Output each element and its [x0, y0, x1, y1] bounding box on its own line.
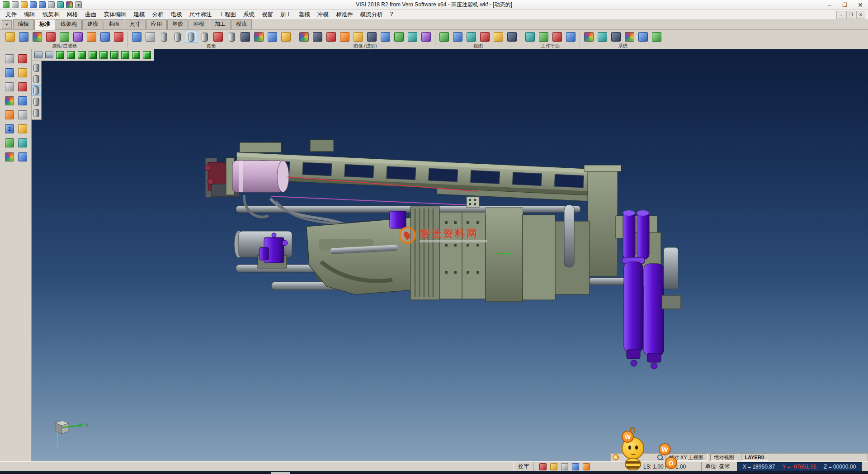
pencil-edit-icon[interactable]: [17, 67, 28, 79]
attribute-match-icon[interactable]: [18, 31, 30, 43]
flag-status-icon[interactable]: [582, 463, 590, 470]
scissors-trim-icon[interactable]: [4, 81, 15, 93]
menu-electrode[interactable]: 电极: [167, 10, 186, 19]
tab-machining[interactable]: 加工: [210, 19, 231, 29]
zoom-fit-icon[interactable]: [438, 31, 450, 43]
shade-style-3-icon[interactable]: [32, 85, 42, 95]
ruler-measure-icon[interactable]: [17, 123, 28, 135]
close-button[interactable]: ✕: [853, 0, 868, 9]
lock-graphics-icon[interactable]: [280, 31, 292, 43]
filter-type-icon[interactable]: [45, 31, 57, 43]
active-layer-indicator[interactable]: LAYER0: [741, 454, 768, 461]
visi-logo[interactable]: [2, 1, 10, 9]
style-rendered-icon[interactable]: [198, 31, 211, 43]
tab-surface[interactable]: 曲面: [104, 19, 124, 29]
shade-style-5-icon[interactable]: [32, 108, 42, 118]
right-view-icon[interactable]: [88, 50, 98, 60]
rotate-view-icon[interactable]: [479, 31, 491, 43]
menu-dimension[interactable]: 尺寸标注: [186, 10, 216, 19]
save-all-icon[interactable]: [38, 1, 46, 9]
tab-modeling[interactable]: 建模: [82, 19, 103, 29]
mdi-restore-button[interactable]: ❐: [846, 11, 855, 19]
tab-dimension[interactable]: 尺寸: [125, 19, 146, 29]
restore-button[interactable]: ❐: [837, 0, 853, 9]
tab-application[interactable]: 应用: [146, 19, 167, 29]
select-arrow-icon[interactable]: [4, 53, 15, 65]
attribute-edit-icon[interactable]: [4, 31, 16, 43]
menu-mesh[interactable]: 网格: [63, 10, 82, 19]
filter-color-icon[interactable]: [72, 31, 84, 43]
assistant-badge-icon[interactable]: A: [613, 454, 619, 460]
back-view-icon[interactable]: [109, 50, 119, 60]
report-icon[interactable]: [539, 463, 547, 470]
undo-arrow-icon[interactable]: [17, 137, 28, 149]
menu-system[interactable]: 系统: [240, 10, 258, 19]
menu-machining[interactable]: 加工: [277, 10, 295, 19]
3d-viewport[interactable]: Y: [32, 49, 868, 461]
menu-surface[interactable]: 曲面: [82, 10, 100, 19]
previous-view-icon[interactable]: [492, 31, 505, 43]
render-options-icon[interactable]: [637, 31, 649, 43]
workplane-toggle-icon[interactable]: [565, 31, 577, 43]
absolute-view-indicator[interactable]: 绝对视图: [710, 454, 738, 461]
save-view-icon[interactable]: [17, 151, 28, 163]
snap-lock-button[interactable]: 拴牢: [514, 462, 533, 471]
dynamic-rotation-icon[interactable]: [142, 50, 152, 60]
redraw-icon[interactable]: [131, 31, 143, 43]
regen-icon[interactable]: [144, 31, 156, 43]
shadow-icon[interactable]: [366, 31, 378, 43]
grid-display-icon[interactable]: [253, 31, 265, 43]
menu-mould[interactable]: 塑模: [295, 10, 314, 19]
point-snap-icon[interactable]: [4, 67, 15, 79]
tab-edit[interactable]: 编辑: [13, 19, 34, 29]
tab-dropdown-icon[interactable]: ▼: [2, 20, 12, 29]
cart-icon[interactable]: [4, 109, 15, 121]
section-view-icon[interactable]: [325, 31, 337, 43]
advanced-shading-icon[interactable]: [298, 31, 310, 43]
menu-solid-edit[interactable]: 实体编辑: [100, 10, 130, 19]
tab-flow[interactable]: 模流: [231, 19, 252, 29]
workplane-standard-icon[interactable]: [524, 31, 536, 43]
open-file-icon[interactable]: [20, 1, 28, 9]
style-analysis-icon[interactable]: [226, 31, 238, 43]
top-view-icon[interactable]: [66, 50, 76, 60]
menu-analysis[interactable]: 分析: [149, 10, 167, 19]
print-icon[interactable]: [47, 1, 55, 9]
palette-icon[interactable]: [4, 151, 15, 163]
color-picker-icon[interactable]: [31, 31, 43, 43]
lighting-icon[interactable]: [352, 31, 364, 43]
multi-view-icon[interactable]: [239, 31, 251, 43]
shade-style-4-icon[interactable]: [32, 96, 42, 107]
settings-icon[interactable]: [66, 1, 73, 9]
filter-layer-icon[interactable]: [58, 31, 71, 43]
iso-view-icon[interactable]: [55, 50, 65, 60]
color-palette-icon[interactable]: [583, 31, 595, 43]
menu-die[interactable]: 冲模: [314, 10, 332, 19]
menu-edit[interactable]: 编辑: [20, 10, 39, 19]
tab-wireframe[interactable]: 线架构: [56, 19, 82, 29]
render-mode-icon[interactable]: [44, 50, 54, 60]
menu-modeling[interactable]: 建模: [130, 10, 149, 19]
mask-filter-icon[interactable]: [99, 31, 111, 43]
grid-snap-icon[interactable]: [266, 31, 278, 43]
transparency-icon[interactable]: [379, 31, 392, 43]
new-file-icon[interactable]: [11, 1, 19, 9]
animation-icon[interactable]: [420, 31, 432, 43]
screenshot-icon[interactable]: [406, 31, 419, 43]
pan-view-icon[interactable]: [465, 31, 477, 43]
menu-drafting[interactable]: 工程图: [216, 10, 240, 19]
menu-wireframe[interactable]: 线架构: [39, 10, 63, 19]
axonometric-view-icon[interactable]: [131, 50, 141, 60]
system-info-icon[interactable]: [651, 31, 663, 43]
named-views-icon[interactable]: [506, 31, 518, 43]
grid-view-icon[interactable]: [4, 137, 15, 149]
plot-icon[interactable]: [57, 1, 64, 9]
bulb-icon[interactable]: [550, 463, 557, 470]
menu-flow-analysis[interactable]: 模流分析: [357, 10, 387, 19]
sheet-doc-icon[interactable]: [17, 109, 28, 121]
tab-mould[interactable]: 塑膜: [167, 19, 188, 29]
print-status-icon[interactable]: [561, 463, 568, 470]
options-grid-icon[interactable]: [623, 31, 636, 43]
menu-help[interactable]: ?: [387, 10, 397, 19]
save-icon[interactable]: [29, 1, 37, 9]
